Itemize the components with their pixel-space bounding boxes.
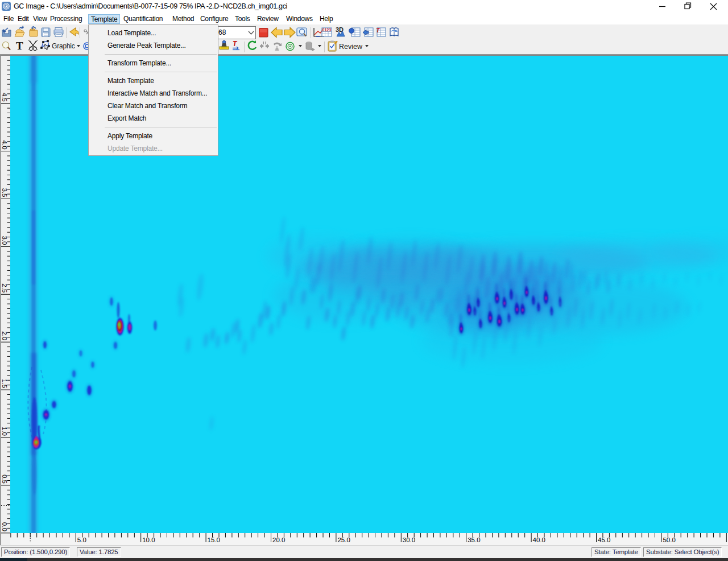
svg-text:3.5: 3.5 — [1, 188, 8, 197]
svg-text:45.0: 45.0 — [598, 537, 610, 543]
svg-text:3.0: 3.0 — [1, 236, 8, 245]
svg-text:5.0: 5.0 — [77, 537, 86, 543]
svg-text:1.5: 1.5 — [1, 379, 8, 388]
svg-text:35.0: 35.0 — [468, 537, 480, 543]
svg-text:Graphic: Graphic — [52, 42, 75, 50]
svg-text:Review: Review — [339, 43, 363, 51]
svg-text:50.0: 50.0 — [663, 537, 675, 543]
svg-text:25.0: 25.0 — [337, 537, 350, 543]
svg-text:2.5: 2.5 — [1, 283, 8, 292]
svg-text:10.0: 10.0 — [142, 537, 155, 543]
svg-text:0.5: 0.5 — [1, 475, 8, 484]
svg-text:20.0: 20.0 — [272, 537, 285, 543]
svg-text:1.0: 1.0 — [1, 427, 8, 436]
svg-text:40.0: 40.0 — [533, 537, 545, 543]
svg-text:0123: 0123 — [322, 28, 332, 32]
svg-text:30.0: 30.0 — [403, 537, 415, 543]
svg-text:2.0: 2.0 — [1, 331, 8, 340]
svg-text:4.5: 4.5 — [1, 93, 8, 102]
svg-text:T: T — [16, 40, 23, 52]
svg-text:15.0: 15.0 — [208, 537, 220, 543]
svg-text:0.0: 0.0 — [1, 522, 8, 531]
svg-text:4.0: 4.0 — [1, 141, 8, 150]
